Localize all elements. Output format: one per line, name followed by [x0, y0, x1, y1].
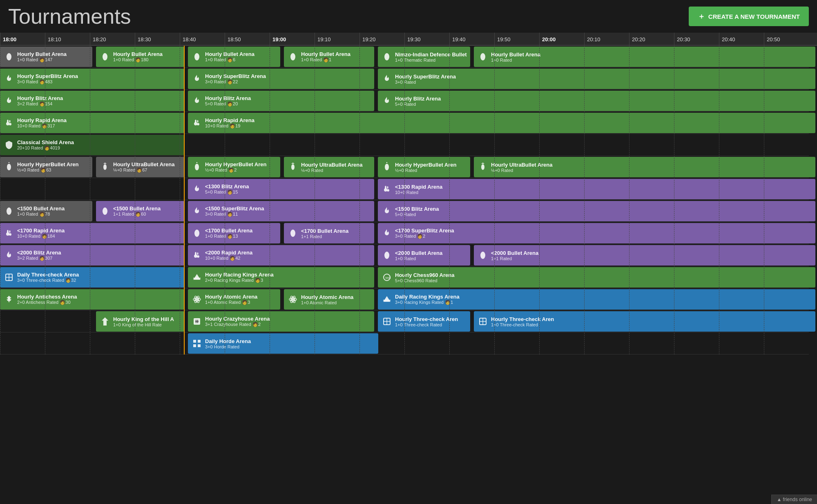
rows-container: Hourly Bullet Arena1+0 Rated 🧑147Hourly …	[0, 46, 817, 355]
card-details: 3+2 Rated 🧑307	[17, 256, 61, 261]
tournament-card[interactable]: 960Hourly Chess960 Arena5+0 Chess960 Rat…	[378, 267, 815, 288]
fire-icon	[3, 250, 15, 261]
card-name: Hourly Antichess Arena	[17, 294, 77, 300]
tournament-card[interactable]: Hourly King of the Hill A1+0 King of the…	[96, 311, 184, 332]
card-details: 3+0 Rated 🧑22	[205, 79, 266, 85]
card-name: Classical Shield Arena	[17, 139, 74, 145]
tournament-card[interactable]: Hourly Bullet Arena1+0 Rated 🧑147	[0, 47, 92, 67]
tournament-card[interactable]: <1700 Bullet Arena1+0 Rated 🧑13	[188, 223, 280, 243]
racingkings-icon	[381, 294, 393, 305]
svg-rect-65	[198, 340, 201, 343]
tournament-card[interactable]: Hourly Blitz Arena5+0 Rated 🧑20	[188, 91, 374, 111]
svg-point-11	[195, 120, 196, 123]
svg-point-1	[103, 53, 107, 60]
card-details: 3+0 Rated 🧑2	[395, 234, 454, 239]
tournament-card[interactable]: Hourly Atomic Arena1+0 Atomic Rated	[284, 289, 374, 310]
card-details: 1+0 Rated	[395, 256, 442, 261]
svg-point-40	[480, 252, 485, 259]
card-name: Hourly Rapid Arena	[17, 117, 67, 123]
svg-point-47	[196, 298, 198, 301]
tournament-card[interactable]: Hourly Atomic Arena1+0 Atomic Rated 🧑3	[188, 289, 280, 310]
card-name: Hourly Chess960 Arena	[395, 272, 454, 278]
timeline-header: 18:0018:1018:2018:3018:4018:5019:0019:10…	[0, 33, 817, 46]
svg-point-33	[194, 230, 199, 237]
card-details: 10+0 Rated 🧑19	[205, 123, 254, 129]
plus-icon: ＋	[698, 11, 705, 21]
card-name: Hourly Bullet Arena	[301, 51, 350, 57]
fire-icon	[191, 205, 203, 217]
time-tick-1950: 19:50	[494, 33, 539, 46]
card-name: <1700 Rapid Arena	[17, 227, 65, 234]
card-details: 10+0 Rated 🧑184	[17, 234, 65, 239]
create-tournament-button[interactable]: ＋ CREATE A NEW TOURNAMENT	[689, 7, 809, 26]
vertical-grid-line	[764, 46, 764, 355]
card-name: Hourly SuperBlitz Arena	[17, 73, 78, 79]
ultrabullet-icon	[287, 161, 299, 173]
tournament-card[interactable]: Daily Three-check Arena3+0 Three-check R…	[0, 267, 184, 288]
tournament-card[interactable]: Classical Shield Arena20+10 Rated 🧑4019	[0, 135, 184, 155]
svg-point-27	[7, 207, 11, 215]
tournament-card[interactable]: <1300 Rapid Arena10+0 Rated	[378, 179, 815, 199]
tournament-card[interactable]: Hourly Rapid Arena10+0 Rated 🧑19	[188, 113, 815, 133]
svg-point-31	[9, 230, 11, 233]
time-tick-2010: 20:10	[584, 33, 629, 46]
bullet-icon	[99, 51, 111, 62]
tournament-card[interactable]: <1500 Bullet Arena1+1 Rated 🧑60	[96, 201, 184, 221]
tournament-card[interactable]: <1700 SuperBlitz Arena3+0 Rated 🧑2	[378, 223, 815, 243]
fire-icon	[381, 227, 393, 239]
tournament-card[interactable]: <1500 Bullet Arena1+0 Rated 🧑78	[0, 201, 92, 221]
svg-point-26	[387, 189, 389, 192]
tournament-card[interactable]: Hourly Antichess Arena2+0 Antichess Rate…	[0, 289, 184, 310]
tournament-card[interactable]: <1700 Rapid Arena10+0 Rated 🧑184	[0, 223, 184, 243]
tournament-card[interactable]: Hourly Rapid Arena10+0 Rated 🧑317	[0, 113, 184, 133]
tournament-card[interactable]: Hourly HyperBullet Aren½+0 Rated	[378, 157, 470, 177]
tournament-card[interactable]: Nimzo-Indian Defence Bullet1+0 Thematic …	[378, 47, 470, 67]
tournament-card[interactable]: Hourly UltraBullet Arena¼+0 Rated 🧑67	[96, 157, 184, 177]
tournament-card[interactable]: <2000 Blitz Arena3+2 Rated 🧑307	[0, 245, 184, 265]
racingkings-icon	[191, 272, 203, 283]
card-details: 1+0 Rated	[491, 58, 540, 62]
svg-marker-56	[102, 317, 108, 326]
antichess-icon	[3, 294, 15, 305]
card-details: 10+0 Rated 🧑317	[17, 123, 67, 129]
vertical-grid-line	[90, 46, 90, 355]
card-name: Hourly Racing Kings Arena	[205, 272, 274, 278]
tournament-card[interactable]: <2000 Rapid Arena10+0 Rated 🧑42	[188, 245, 374, 265]
card-name: Hourly Three-check Aren	[491, 316, 554, 322]
tournament-card[interactable]: <1700 Bullet Arena1+1 Rated	[284, 223, 374, 243]
tournament-card[interactable]: Hourly Racing Kings Arena2+0 Racing King…	[188, 267, 374, 288]
vertical-grid-line	[584, 46, 585, 355]
tournament-card[interactable]: Hourly Blitz Arena3+2 Rated 🧑154	[0, 91, 184, 111]
tournament-card[interactable]: Hourly SuperBlitz Arena3+0 Rated	[378, 69, 815, 89]
bullet-icon	[477, 51, 489, 62]
tournament-card[interactable]: <1500 SuperBlitz Arena3+0 Rated 🧑11	[188, 201, 374, 221]
svg-point-51	[292, 298, 294, 301]
svg-point-4	[384, 53, 389, 60]
tournament-card[interactable]: Hourly SuperBlitz Arena3+0 Rated 🧑22	[188, 69, 374, 89]
time-tick-2050: 20:50	[764, 33, 809, 46]
tournament-card[interactable]: Hourly SuperBlitz Arena3+0 Rated 🧑483	[0, 69, 184, 89]
card-details: ¼+0 Rated	[301, 168, 363, 173]
tournament-card[interactable]: Daily Horde Arena3+0 Horde Rated	[188, 333, 378, 354]
current-time-line	[184, 46, 185, 355]
tournament-card[interactable]: Hourly HyperBullet Aren½+0 Rated 🧑63	[0, 157, 92, 177]
tournament-card[interactable]: <1300 Blitz Arena5+0 Rated 🧑15	[188, 179, 374, 199]
tournament-card[interactable]: Hourly HyperBullet Aren½+0 Rated 🧑2	[188, 157, 280, 177]
tournament-card[interactable]: Hourly Bullet Arena1+0 Rated 🧑180	[96, 47, 184, 67]
tournament-card[interactable]: Hourly Blitz Arena5+0 Rated	[378, 91, 815, 111]
tournament-card[interactable]: <2000 Bullet Arena1+0 Rated	[378, 245, 470, 265]
tournament-card[interactable]: Daily Racing Kings Arena3+0 Racing Kings…	[378, 289, 815, 310]
vertical-grid-line	[0, 46, 0, 355]
tournament-card[interactable]: Hourly Crazyhouse Arena3+1 Crazyhouse Ra…	[188, 311, 374, 332]
vertical-grid-line	[629, 46, 629, 355]
tournament-card[interactable]: Hourly Three-check Aren1+0 Three-check R…	[378, 311, 470, 332]
tournament-card[interactable]: Hourly Bullet Arena1+0 Rated 🧑1	[284, 47, 374, 67]
card-details: 3+0 Rated 🧑11	[205, 212, 264, 217]
tournament-card[interactable]: Hourly Bullet Arena1+0 Rated 🧑6	[188, 47, 280, 67]
vertical-grid-line	[180, 46, 180, 355]
card-details: 3+0 Horde Rated	[205, 344, 251, 349]
tournament-card[interactable]: Hourly UltraBullet Arena¼+0 Rated	[284, 157, 374, 177]
rabbit-icon	[3, 227, 15, 239]
tournament-card[interactable]: <1500 Blitz Arena5+0 Rated	[378, 201, 815, 221]
vertical-grid-line	[719, 46, 719, 355]
